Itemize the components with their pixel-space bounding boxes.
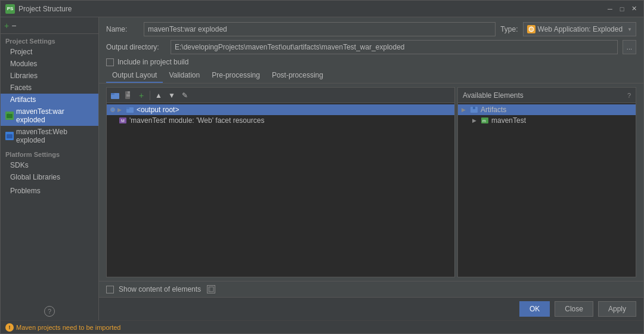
sidebar-item-problems[interactable]: Problems (1, 183, 98, 197)
right-panel: Name: Type: Web Application: Exploded ▼ … (99, 17, 643, 320)
artifact-item-web-exploded[interactable]: mavenTest:Web exploded (1, 126, 98, 146)
expand-icon[interactable]: ▶ (117, 107, 123, 113)
warning-icon: ! (5, 323, 14, 332)
tree-toolbar: + ▲ ▼ ✎ (107, 88, 454, 103)
avail-artifacts-label: Artifacts (481, 106, 506, 114)
svg-rect-20 (209, 287, 213, 292)
avail-expand-artifacts[interactable]: ▶ (462, 107, 467, 113)
avail-row-maventest[interactable]: ▶ m mavenTest (458, 115, 636, 126)
bottom-bar: Show content of elements (99, 281, 643, 297)
artifact-item-war-exploded[interactable]: mavenTest:war exploded (1, 106, 98, 126)
svg-text:m: m (482, 119, 486, 123)
artifact-icon-blue (5, 132, 14, 140)
tree-content: ▶ <output root> (107, 103, 454, 277)
type-value: Web Application: Exploded (538, 25, 623, 33)
type-label: Type: (500, 25, 518, 33)
artifact-icon-green (5, 112, 14, 120)
status-bar: ! Maven projects need to be imported (1, 320, 643, 333)
drag-handle[interactable] (110, 107, 115, 112)
browse-button[interactable]: ... (623, 40, 636, 54)
name-input[interactable] (144, 22, 496, 36)
available-header: Available Elements ? (458, 88, 636, 103)
status-warning-text: Maven projects need to be imported (16, 324, 121, 331)
add-file-button[interactable] (122, 89, 134, 101)
sidebar-item-facets[interactable]: Facets (1, 82, 98, 94)
tree-row-facet-resources[interactable]: M 'mavenTest' module: 'Web' facet resour… (107, 115, 454, 126)
output-layout-tree: + ▲ ▼ ✎ ▶ (106, 87, 455, 277)
window-controls: ─ □ ✕ (605, 4, 639, 14)
tabs-bar: Output Layout Validation Pre-processing … (99, 69, 643, 84)
close-button[interactable]: ✕ (629, 4, 639, 14)
sidebar-item-sdks[interactable]: SDKs (1, 159, 98, 171)
move-down-button[interactable]: ▼ (166, 89, 178, 101)
available-tree: ▶ Artifacts ▶ (458, 103, 636, 277)
avail-artifacts-icon (470, 106, 478, 114)
avail-maventest-label: mavenTest (491, 116, 526, 125)
toolbar-sep1 (150, 91, 150, 100)
ok-button[interactable]: OK (519, 301, 550, 317)
sidebar-item-artifacts[interactable]: Artifacts (1, 94, 98, 106)
remove-artifact-button[interactable]: − (11, 21, 16, 30)
svg-rect-13 (126, 107, 129, 109)
sidebar-item-modules[interactable]: Modules (1, 58, 98, 70)
output-dir-row: Output directory: ... (99, 39, 643, 57)
sidebar-item-global-libraries[interactable]: Global Libraries (1, 171, 98, 183)
status-warning: ! Maven projects need to be imported (5, 323, 121, 332)
avail-expand-maventest[interactable]: ▶ (472, 117, 478, 123)
close-button[interactable]: Close (555, 301, 593, 317)
move-up-button[interactable]: ▲ (153, 89, 165, 101)
facet-resources-icon: M (119, 116, 127, 125)
include-label: Include in project build (117, 58, 188, 66)
add-folder-button[interactable] (109, 89, 121, 101)
output-dir-label: Output directory: (106, 43, 166, 51)
include-checkbox[interactable] (106, 58, 114, 66)
show-content-label: Show content of elements (119, 285, 201, 293)
avail-maventest-icon: m (481, 116, 489, 125)
svg-rect-8 (111, 93, 114, 95)
sidebar: + − Project Settings Project Modules Lib… (1, 17, 99, 320)
title-bar: PS Project Structure ─ □ ✕ (1, 1, 643, 17)
name-row: Name: Type: Web Application: Exploded ▼ (99, 17, 643, 39)
tab-pre-processing[interactable]: Pre-processing (206, 69, 266, 83)
main-content: + − Project Settings Project Modules Lib… (1, 17, 643, 320)
show-content-icon (207, 285, 215, 293)
svg-marker-3 (7, 133, 9, 134)
tab-output-layout[interactable]: Output Layout (106, 69, 163, 83)
project-settings-label: Project Settings (1, 34, 98, 46)
help-icon: ? (44, 306, 55, 317)
tab-post-processing[interactable]: Post-processing (266, 69, 329, 83)
help-button-sidebar[interactable]: ? (1, 302, 98, 320)
add-artifact-button[interactable]: + (4, 21, 9, 30)
action-buttons: OK Close Apply (99, 297, 643, 320)
available-title: Available Elements (463, 91, 624, 100)
edit-button[interactable]: ✎ (179, 89, 191, 101)
sidebar-toolbar: + − (1, 17, 98, 34)
sidebar-item-project[interactable]: Project (1, 46, 98, 58)
tree-row-output-root[interactable]: ▶ <output root> (107, 104, 454, 115)
output-dir-input[interactable] (171, 40, 618, 54)
add-extracted-dir-button[interactable]: + (135, 89, 147, 101)
include-row: Include in project build (99, 57, 643, 69)
tab-validation[interactable]: Validation (163, 69, 206, 83)
available-elements-panel: Available Elements ? ▶ (457, 87, 636, 277)
facet-resources-label: 'mavenTest' module: 'Web' facet resource… (129, 116, 264, 125)
minimize-button[interactable]: ─ (605, 4, 615, 14)
avail-row-artifacts[interactable]: ▶ Artifacts (458, 104, 636, 115)
svg-rect-2 (7, 134, 13, 138)
output-root-label: <output root> (137, 106, 179, 114)
svg-marker-1 (7, 113, 9, 114)
type-select[interactable]: Web Application: Exploded ▼ (523, 22, 636, 36)
project-structure-window: PS Project Structure ─ □ ✕ + − Project S… (0, 0, 644, 334)
web-app-icon (527, 25, 535, 33)
platform-settings-label: Platform Settings (1, 146, 98, 159)
svg-text:M: M (121, 119, 125, 123)
name-label: Name: (106, 25, 139, 33)
content-area: + ▲ ▼ ✎ ▶ (99, 84, 643, 281)
maximize-button[interactable]: □ (617, 4, 627, 14)
available-help-icon[interactable]: ? (627, 92, 631, 99)
apply-button[interactable]: Apply (598, 301, 636, 317)
sidebar-item-libraries[interactable]: Libraries (1, 70, 98, 82)
output-root-icon (126, 106, 134, 114)
show-content-checkbox[interactable] (106, 286, 114, 293)
type-dropdown-arrow[interactable]: ▼ (627, 27, 632, 32)
